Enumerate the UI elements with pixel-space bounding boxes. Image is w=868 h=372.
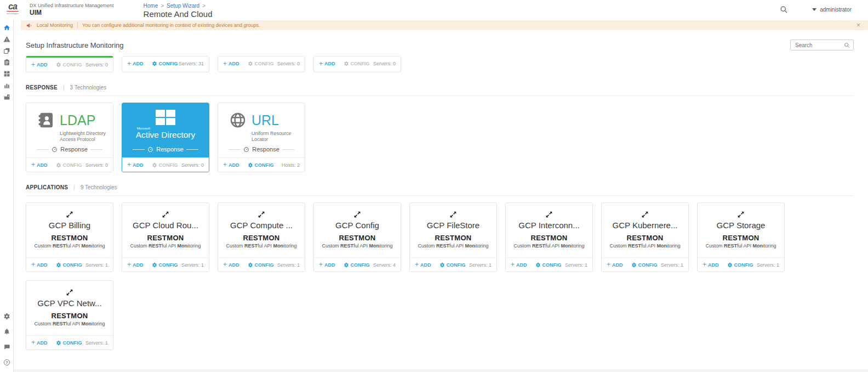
add-button[interactable]: +ADD — [31, 62, 48, 67]
plus-icon: + — [607, 262, 610, 267]
sidebar-bottom-group: ? — [3, 308, 10, 370]
app-shell: ? Local Monitoring You can configure add… — [0, 20, 868, 372]
desc-part: Custom — [34, 243, 53, 249]
desc-part: REST — [532, 243, 545, 249]
add-label: ADD — [229, 262, 239, 268]
desc-part: itoring — [571, 243, 585, 249]
desc-part: ful API — [66, 243, 82, 249]
card-gcp-vpc-netw[interactable]: GCP VPC Netw...RESTMONCustom RESTful API… — [26, 280, 113, 350]
config-button[interactable]: CONFIG — [439, 262, 466, 268]
add-button[interactable]: +ADD — [127, 262, 144, 268]
windows-square — [156, 110, 165, 117]
config-button[interactable]: CONFIG — [535, 262, 562, 268]
card-footer: +ADDCONFIGServers: 31 — [122, 57, 209, 71]
card-gcp-storage[interactable]: GCP StorageRESTMONCustom RESTful API Mon… — [697, 202, 785, 272]
desc-part: ful API — [641, 243, 657, 249]
servers-count: Servers: 0 — [85, 62, 108, 67]
home-icon[interactable] — [3, 24, 10, 31]
add-button[interactable]: +ADD — [319, 262, 335, 268]
dashboards-icon[interactable] — [3, 70, 10, 77]
card-body: GCP BillingRESTMONCustom RESTful API Mon… — [26, 203, 113, 257]
add-button[interactable]: +ADD — [223, 262, 239, 268]
config-button[interactable]: CONFIG — [56, 340, 82, 346]
config-button[interactable]: CONFIG — [56, 162, 82, 168]
add-button[interactable]: +ADD — [31, 262, 48, 268]
partial-card[interactable]: +ADDCONFIGServers: 0 — [218, 56, 305, 72]
add-button[interactable]: +ADD — [31, 162, 48, 168]
breadcrumb-link[interactable]: Home — [144, 3, 158, 9]
add-button[interactable]: +ADD — [127, 162, 144, 168]
card-gcp-cloud-rou[interactable]: GCP Cloud Rou...RESTMONCustom RESTful AP… — [122, 202, 209, 272]
horizontal-scrollbar[interactable] — [14, 369, 868, 372]
config-button[interactable]: CONFIG — [248, 162, 274, 168]
card-footer: +ADDCONFIGServers: 1 — [506, 257, 592, 272]
config-button[interactable]: CONFIG — [152, 162, 178, 168]
search-box — [790, 40, 854, 50]
card-gcp-interconn[interactable]: GCP Interconn...RESTMONCustom RESTful AP… — [505, 202, 593, 272]
config-button[interactable]: CONFIG — [727, 262, 753, 268]
search-icon[interactable] — [780, 5, 788, 14]
inventory-icon[interactable] — [3, 58, 10, 66]
card-gcp-config[interactable]: GCP ConfigRESTMONCustom RESTful API Moni… — [313, 202, 401, 272]
config-button[interactable]: CONFIG — [248, 262, 274, 268]
slm-icon[interactable] — [3, 93, 10, 100]
add-button[interactable]: +ADD — [127, 61, 144, 66]
card-gcp-filestore[interactable]: GCP FileStoreRESTMONCustom RESTful API M… — [409, 202, 497, 272]
add-button[interactable]: +ADD — [31, 340, 48, 346]
add-button[interactable]: +ADD — [607, 262, 623, 268]
reports-icon[interactable] — [3, 81, 10, 89]
card-grid: GCP BillingRESTMONCustom RESTful API Mon… — [26, 202, 854, 350]
notifications-icon[interactable] — [3, 328, 10, 335]
config-button[interactable]: CONFIG — [56, 62, 82, 67]
config-button[interactable]: CONFIG — [344, 262, 370, 268]
search-input[interactable] — [794, 42, 844, 49]
desc-part: itoring — [763, 243, 776, 249]
card-gcp-billing[interactable]: GCP BillingRESTMONCustom RESTful API Mon… — [26, 202, 113, 272]
plus-icon: + — [223, 262, 227, 267]
card-footer: +ADDCONFIGServers: 0 — [122, 157, 209, 172]
response-icon — [52, 146, 58, 153]
alarms-icon[interactable] — [3, 35, 10, 43]
card-active-directory[interactable]: MicrosoftActive DirectoryResponse+ADDCON… — [122, 103, 209, 172]
desc-part: itoring — [92, 321, 105, 326]
breadcrumb-link[interactable]: Setup Wizard — [167, 3, 199, 9]
config-button[interactable]: CONFIG — [248, 61, 274, 66]
technology-sections: RESPONSE|3 TechnologiesLDAPLightweight D… — [26, 84, 854, 350]
add-button[interactable]: +ADD — [511, 262, 527, 268]
category-row: Response — [218, 146, 305, 153]
settings-icon[interactable] — [3, 312, 10, 320]
close-icon[interactable]: × — [856, 22, 863, 29]
card-url[interactable]: URLUniform Resource LocatorResponse+ADDC… — [218, 103, 305, 172]
tech-title-row: URL — [229, 111, 305, 129]
partial-card[interactable]: +ADDCONFIGServers: 0 — [313, 56, 401, 72]
add-button[interactable]: +ADD — [415, 262, 431, 268]
restmon-icon — [65, 210, 74, 219]
card-gcp-kubernere[interactable]: GCP Kubernere...RESTMONCustom RESTful AP… — [601, 202, 689, 272]
add-button[interactable]: +ADD — [223, 61, 239, 66]
user-menu[interactable]: administrator — [812, 7, 852, 13]
card-gcp-compute[interactable]: GCP Compute ...RESTMONCustom RESTful API… — [218, 202, 305, 272]
help-icon[interactable]: ? — [3, 358, 10, 366]
desc-part: REST — [53, 321, 66, 326]
feedback-icon[interactable] — [3, 343, 10, 351]
desc-part: itoring — [283, 243, 297, 249]
config-button[interactable]: CONFIG — [152, 61, 178, 66]
plus-icon: + — [223, 162, 227, 167]
config-button[interactable]: CONFIG — [344, 61, 370, 66]
config-label: CONFIG — [63, 262, 82, 268]
product-name: RESTMON — [122, 234, 209, 242]
add-button[interactable]: +ADD — [223, 162, 239, 168]
add-button[interactable]: +ADD — [319, 61, 335, 66]
config-button[interactable]: CONFIG — [152, 262, 178, 268]
restmon-icon — [641, 210, 649, 219]
partial-card[interactable]: +ADDCONFIGServers: 31 — [122, 56, 209, 72]
card-body: GCP Interconn...RESTMONCustom RESTful AP… — [506, 203, 592, 257]
config-button[interactable]: CONFIG — [631, 262, 658, 268]
card-ldap[interactable]: LDAPLightweight Directory Access Protoco… — [26, 103, 113, 172]
partial-card[interactable]: +ADDCONFIGServers: 0 — [26, 56, 113, 72]
add-button[interactable]: +ADD — [703, 262, 719, 268]
config-button[interactable]: CONFIG — [56, 262, 82, 268]
groups-icon[interactable] — [3, 47, 10, 54]
search-icon[interactable] — [844, 42, 850, 48]
card-body: LDAPLightweight Directory Access Protoco… — [26, 103, 113, 157]
